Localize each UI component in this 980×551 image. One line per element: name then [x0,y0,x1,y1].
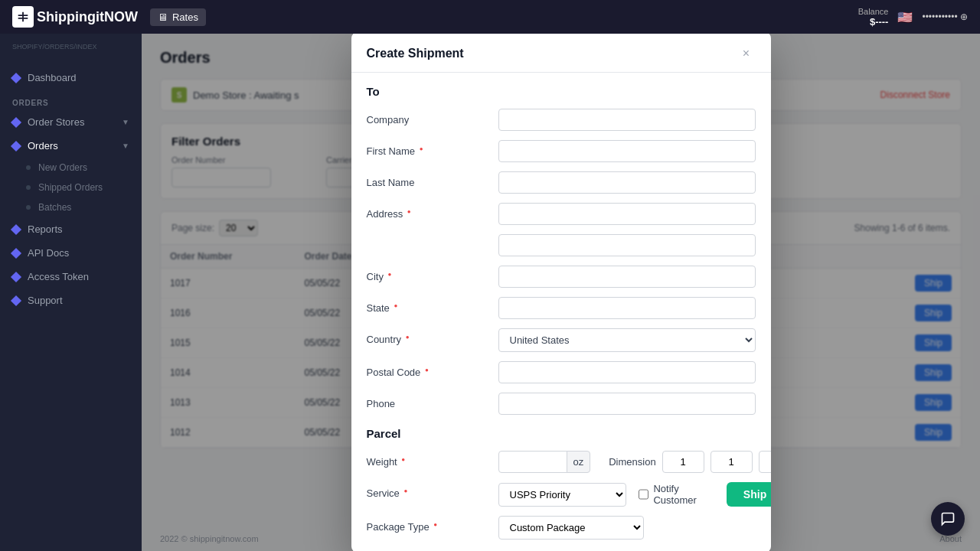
postal-code-row: Postal Code ● [367,361,756,383]
rates-tab-label: Rates [172,11,198,23]
city-label: City ● [367,266,489,282]
modal-close-button[interactable]: × [737,44,756,63]
top-nav-right: Balance $---- 🇺🇸 ••••••••••• ⊕ [858,7,968,28]
sidebar-item-batches-label: Batches [38,202,71,213]
weight-input[interactable] [498,451,567,473]
package-required: ● [433,521,437,528]
address-input[interactable] [498,203,756,225]
company-row: Company [367,109,756,131]
service-required: ● [403,487,407,494]
first-name-input[interactable] [498,140,756,162]
main-content: SHOPIFY/ORDERS/INDEX Dashboard ORDERS Or… [0,34,980,551]
notify-customer-row: Notify Customer [639,483,714,506]
sidebar-item-orders-label: Orders [28,140,58,152]
city-row: City ● [367,266,756,288]
sidebar-item-dashboard[interactable]: Dashboard [0,66,142,90]
dimension-label: Dimension [609,456,655,468]
state-required: ● [394,302,397,309]
country-label: Country ● [367,328,489,345]
sidebar-item-shipped-orders[interactable]: Shipped Orders [0,178,142,197]
parcel-heading: Parcel [367,427,756,440]
service-row: Service ● USPS Priority USPS First Class… [367,482,756,507]
user-info: ••••••••••• ⊕ [922,11,968,22]
create-shipment-modal: Create Shipment × To Company Fir [351,34,771,551]
sidebar-item-access-token[interactable]: Access Token [0,265,142,289]
city-required: ● [388,271,392,278]
sidebar-item-reports[interactable]: Reports [0,217,142,241]
balance-label: Balance [858,7,889,16]
sidebar-item-support[interactable]: Support [0,289,142,312]
postal-code-input[interactable] [498,361,756,383]
orders-sub-items: New Orders Shipped Orders Batches [0,158,142,217]
first-name-required: ● [420,145,423,152]
address-row: Address ● [367,203,756,225]
sidebar-item-access-token-label: Access Token [28,271,89,282]
sub-dot-icon-2 [26,185,31,190]
address2-input[interactable] [498,234,756,256]
sidebar-item-support-label: Support [28,295,63,306]
chevron-down-icon: ▼ [122,118,129,126]
sub-dot-icon [26,165,31,170]
diamond-icon [11,72,21,83]
postal-code-label: Postal Code ● [367,361,489,378]
chat-icon [940,511,956,527]
logo-text: ShippingitNOW [37,9,138,25]
sidebar-item-api-docs[interactable]: API Docs [0,241,142,265]
sub-dot-icon-3 [26,205,31,210]
country-select[interactable]: United States Canada United Kingdom [498,328,756,352]
modal-overlay[interactable]: Create Shipment × To Company Fir [142,34,980,551]
city-input[interactable] [498,266,756,288]
dimension-z-input[interactable] [759,451,771,473]
balance-block: Balance $---- [858,7,889,28]
top-nav-left: ShippingitNOW 🖥 Rates [12,6,206,28]
service-select[interactable]: USPS Priority USPS First Class USPS Grou… [498,483,627,507]
diamond-icon-api [11,247,21,258]
weight-required: ● [401,456,405,463]
logo-icon [12,6,34,28]
chat-bubble-button[interactable] [931,502,965,536]
weight-label: Weight ● [367,451,489,468]
logo: ShippingitNOW [12,6,138,28]
address-required: ● [407,208,411,215]
phone-label: Phone [367,393,489,409]
flag-icon: 🇺🇸 [897,10,913,24]
sidebar-item-api-docs-label: API Docs [28,247,69,259]
diamond-icon-stores [11,116,21,127]
weight-dimension-row: Weight ● oz Dimension [367,451,756,473]
state-input[interactable] [498,297,756,319]
sidebar-item-shipped-orders-label: Shipped Orders [38,182,103,193]
sidebar-item-batches[interactable]: Batches [0,197,142,217]
sidebar-item-order-stores[interactable]: Order Stores ▼ [0,110,142,134]
rates-tab[interactable]: 🖥 Rates [150,8,206,26]
state-row: State ● [367,297,756,319]
diamond-icon-reports [11,223,21,234]
dimension-x-input[interactable] [662,451,704,473]
address2-label [367,234,489,240]
dimension-y-input[interactable] [710,451,753,473]
ship-action-button[interactable]: Ship [727,482,771,507]
sidebar-item-new-orders-label: New Orders [38,162,87,173]
sidebar-item-new-orders[interactable]: New Orders [0,158,142,178]
package-type-select[interactable]: Custom Package Flat Rate Box Flat Rate E… [498,516,644,540]
weight-input-wrapper: oz [498,451,591,473]
notify-customer-checkbox[interactable] [639,489,648,500]
last-name-input[interactable] [498,171,756,194]
notify-customer-label: Notify Customer [653,483,714,506]
country-required: ● [406,334,410,341]
diamond-icon-support [11,295,21,305]
diamond-icon-token [11,271,21,282]
sidebar: SHOPIFY/ORDERS/INDEX Dashboard ORDERS Or… [0,34,142,551]
company-input[interactable] [498,109,756,131]
first-name-label: First Name ● [367,140,489,157]
sidebar-item-order-stores-label: Order Stores [28,116,84,128]
sidebar-item-orders[interactable]: Orders ▼ [0,134,142,158]
weight-dim-controls: oz Dimension [498,451,771,473]
rates-tab-icon: 🖥 [158,11,168,23]
state-label: State ● [367,297,489,314]
first-name-row: First Name ● [367,140,756,162]
sidebar-section-orders: ORDERS [0,90,142,110]
country-row: Country ● United States Canada United Ki… [367,328,756,352]
modal-title: Create Shipment [367,47,464,60]
oz-label: oz [567,451,591,473]
phone-input[interactable] [498,393,756,415]
